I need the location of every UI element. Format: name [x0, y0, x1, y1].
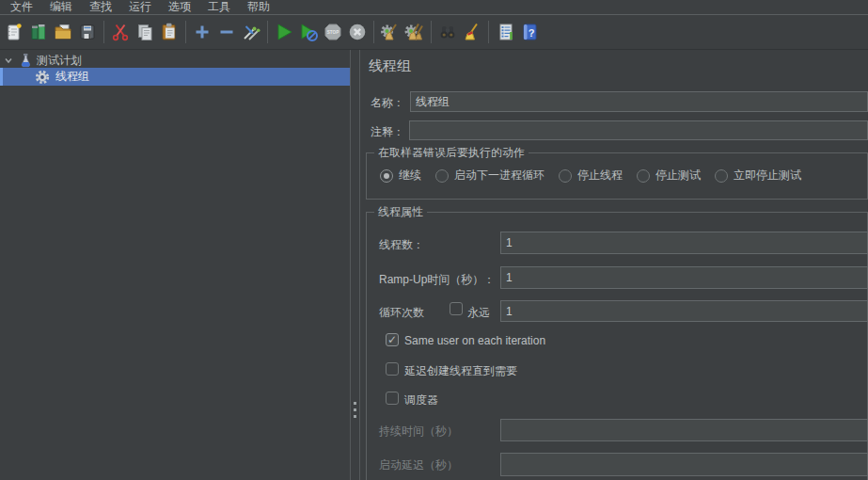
test-plan-tree: 测试计划 线程组 — [0, 50, 351, 480]
thread-properties-legend: 线程属性 — [374, 205, 427, 218]
search-button[interactable] — [435, 20, 460, 44]
splitter-handle[interactable] — [351, 50, 360, 480]
comment-input[interactable] — [409, 120, 868, 140]
toolbar-separator — [103, 21, 104, 43]
function-helper-button[interactable] — [493, 20, 517, 44]
templates-button[interactable] — [26, 20, 51, 44]
save-button[interactable] — [75, 20, 100, 44]
paste-button[interactable] — [157, 20, 181, 44]
thread-group-panel: 线程组 名称： 注释： 在取样器错误后要执行的动作 继续 启动下一进程循环 — [360, 50, 868, 480]
scheduler-checkbox[interactable] — [386, 392, 399, 405]
stop-icon: STOP — [323, 22, 343, 42]
toolbar-separator — [373, 21, 374, 43]
toolbar-separator — [431, 21, 432, 43]
toolbar-separator — [488, 21, 489, 43]
toggle-icon — [241, 22, 261, 42]
clear-search-icon — [462, 22, 482, 42]
radio-stop-test[interactable]: 停止测试 — [637, 168, 701, 184]
name-input[interactable] — [410, 91, 868, 112]
menu-edit[interactable]: 编辑 — [41, 0, 81, 14]
tree-node-label: 线程组 — [55, 69, 89, 85]
radio-label: 继续 — [399, 168, 421, 184]
selection-bar — [0, 68, 3, 86]
function-helper-icon — [495, 22, 515, 42]
remove-button[interactable] — [214, 20, 239, 44]
radio-start-next-loop[interactable]: 启动下一进程循环 — [435, 168, 544, 184]
new-file-icon — [4, 22, 24, 42]
add-icon — [192, 22, 213, 42]
open-file-button[interactable] — [51, 20, 75, 44]
duration-input[interactable] — [500, 419, 868, 441]
comment-label: 注释： — [371, 124, 404, 140]
threads-label: 线程数： — [379, 237, 424, 253]
svg-text:STOP: STOP — [327, 30, 339, 35]
test-plan-flask-icon — [18, 53, 33, 68]
chevron-down-icon[interactable] — [2, 54, 15, 67]
menu-tools[interactable]: 工具 — [199, 0, 239, 14]
start-icon — [274, 22, 294, 42]
clear-search-button[interactable] — [460, 20, 484, 44]
delay-create-label: 延迟创建线程直到需要 — [404, 363, 517, 379]
radio-icon — [559, 169, 572, 183]
menu-options[interactable]: 选项 — [160, 0, 199, 14]
add-button[interactable] — [190, 20, 214, 44]
toolbar-separator — [267, 21, 268, 43]
start-no-timers-button[interactable] — [296, 20, 321, 44]
shutdown-button[interactable] — [345, 20, 370, 44]
toggle-button[interactable] — [239, 20, 263, 44]
radio-continue[interactable]: 继续 — [380, 168, 421, 184]
thread-properties-group: 线程属性 线程数： Ramp-Up时间（秒）： 循环次数 永远 Same use… — [366, 212, 868, 480]
radio-icon — [715, 169, 728, 183]
copy-button[interactable] — [133, 20, 157, 44]
help-button[interactable]: ? — [517, 20, 542, 44]
start-button[interactable] — [272, 20, 296, 44]
thread-group-gear-icon — [35, 70, 50, 85]
search-icon — [437, 22, 458, 42]
radio-icon — [637, 169, 650, 183]
menu-run[interactable]: 运行 — [120, 0, 160, 14]
error-action-radio-row: 继续 启动下一进程循环 停止线程 停止测试 — [380, 168, 801, 184]
startup-delay-label: 启动延迟（秒） — [379, 457, 458, 473]
radio-label: 立即停止测试 — [734, 168, 801, 184]
radio-label: 停止测试 — [655, 168, 701, 184]
name-label: 名称： — [371, 95, 404, 111]
start-no-timers-icon — [298, 22, 319, 42]
tree-node-test-plan[interactable]: 测试计划 — [0, 53, 350, 68]
jmeter-window: 文件 编辑 查找 运行 选项 工具 帮助 STOP ? — [0, 0, 868, 480]
help-icon: ? — [519, 22, 540, 42]
copy-icon — [134, 22, 155, 42]
same-user-checkbox[interactable] — [386, 333, 399, 346]
radio-stop-test-now[interactable]: 立即停止测试 — [715, 168, 801, 184]
new-file-button[interactable] — [2, 20, 26, 44]
save-icon — [77, 22, 98, 42]
menu-bar: 文件 编辑 查找 运行 选项 工具 帮助 — [0, 0, 868, 15]
menu-help[interactable]: 帮助 — [239, 0, 278, 14]
cut-button[interactable] — [108, 20, 133, 44]
forever-checkbox[interactable] — [450, 302, 463, 315]
rampup-input[interactable] — [500, 266, 868, 289]
menu-search[interactable]: 查找 — [81, 0, 120, 14]
svg-text:?: ? — [529, 27, 535, 39]
clear-icon — [380, 22, 401, 42]
startup-delay-input[interactable] — [500, 453, 868, 476]
delay-create-checkbox[interactable] — [386, 362, 399, 376]
clear-all-button[interactable] — [402, 20, 427, 44]
radio-label: 停止线程 — [577, 168, 623, 184]
loop-count-input[interactable] — [500, 300, 868, 322]
tree-node-label: 测试计划 — [37, 53, 82, 69]
rampup-label: Ramp-Up时间（秒）： — [379, 272, 495, 288]
toolbar: STOP ? — [0, 15, 868, 50]
clear-button[interactable] — [378, 20, 402, 44]
error-action-group: 在取样器错误后要执行的动作 继续 启动下一进程循环 停止线程 — [366, 152, 868, 200]
radio-stop-thread[interactable]: 停止线程 — [559, 168, 623, 184]
main-area: 测试计划 线程组 线程组 名称： 注释： 在取样器错误后要执行的动作 — [0, 50, 868, 480]
threads-input[interactable] — [500, 232, 868, 254]
clear-all-icon — [404, 22, 425, 42]
toolbar-separator — [185, 21, 186, 43]
menu-file[interactable]: 文件 — [2, 0, 41, 14]
stop-button[interactable]: STOP — [321, 20, 345, 44]
templates-icon — [28, 22, 49, 42]
tree-node-thread-group[interactable]: 线程组 — [0, 68, 350, 86]
duration-label: 持续时间（秒） — [379, 424, 458, 440]
same-user-label: Same user on each iteration — [404, 334, 545, 347]
